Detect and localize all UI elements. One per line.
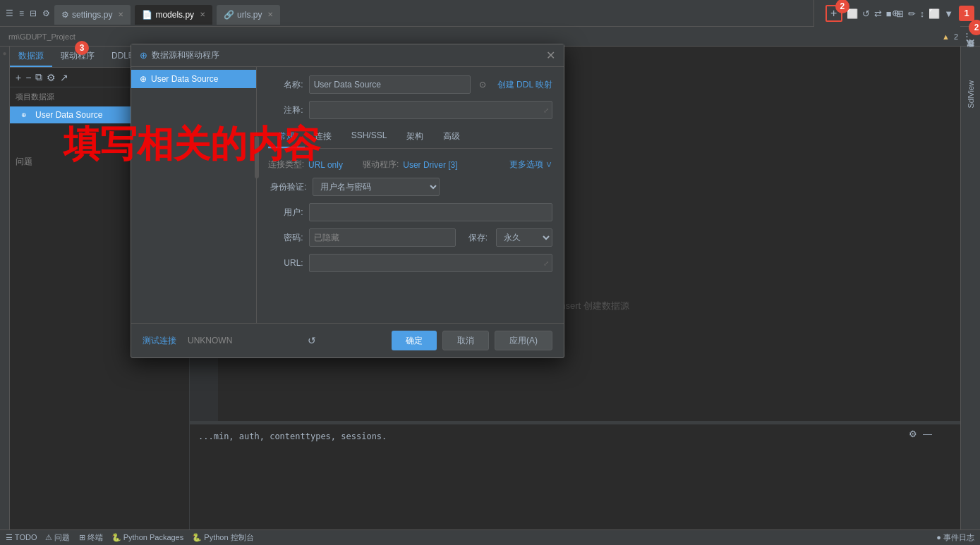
tab-models[interactable]: 📄 models.py ✕ [135, 5, 212, 25]
status-right: ● 事件日志 [936, 532, 974, 543]
driver-label: 驱动程序: [363, 159, 399, 171]
models-file-icon: 📄 [142, 10, 152, 20]
bottom-panel: ...min, auth, contenttypes, sessions. ⚙ … [190, 424, 960, 545]
tab-urls[interactable]: 🔗 urls.py ✕ [217, 5, 280, 25]
sidebar-sdlview-label[interactable]: SdlView [965, 76, 976, 113]
save-select[interactable]: 永久 [496, 228, 552, 247]
status-issues[interactable]: ⚠ 问题 [45, 532, 70, 543]
expand-btn[interactable]: ⤢ [543, 106, 549, 114]
modal-tab-advanced[interactable]: 高级 [433, 126, 470, 148]
db-item-icon: ⊕ [18, 109, 30, 121]
ddl-link[interactable]: 创建 DDL 映射 [497, 79, 552, 91]
top-bar: ☰ ≡ ⊟ ⚙ ⚙ settings.py ✕ 📄 models.py ✕ 🔗 … [0, 0, 980, 27]
sidebar-db-label[interactable]: 数据库 [964, 49, 977, 58]
toolbar-add-icon[interactable]: + [16, 72, 21, 83]
form-row-name: 名称: ⊙ 创建 DDL 映射 [268, 75, 552, 94]
auth-select[interactable]: 用户名与密码 [313, 178, 440, 196]
form-spacer [268, 279, 552, 314]
toolbar-export-icon[interactable]: ↗ [60, 72, 68, 83]
status-todo[interactable]: ☰ TODO [6, 533, 37, 542]
db-icon-wrap: + 2 [825, 5, 842, 22]
modal-left-icon: ⊕ [140, 74, 147, 84]
form-row-user: 用户: [268, 203, 552, 221]
modal-left-label: User Data Source [151, 74, 218, 84]
password-input[interactable]: 已隐藏 [309, 228, 456, 247]
top-bar-icons: ☰ ≡ ⊟ ⚙ [6, 8, 50, 18]
more-options-btn[interactable]: 更多选项 ∨ [509, 159, 552, 171]
toolbar-minus-icon[interactable]: − [25, 72, 31, 83]
bottom-panel-content: ...min, auth, contenttypes, sessions. [190, 424, 960, 448]
bottom-code-text: ...m [198, 431, 219, 441]
modal-footer: 测试连接 UNKNOWN ↺ 确定 取消 应用(A) [131, 323, 564, 357]
conn-type-row: 连接类型: URL only 驱动程序: User Driver [3] 更多选… [268, 159, 552, 171]
toolbar-copy-icon[interactable]: ⧉ [35, 71, 42, 83]
db-toolbar-icon3[interactable]: ⇄ [874, 8, 882, 19]
split-icon[interactable]: ⊟ [30, 8, 37, 18]
modal-tab-ssh[interactable]: SSH/SSL [341, 126, 397, 148]
modal-tab-general[interactable]: 常规 [268, 126, 305, 148]
user-input[interactable] [309, 203, 552, 221]
conn-type-label: 连接类型: [268, 159, 304, 171]
modal-tabs: 常规 连接 SSH/SSL 架构 高级 [268, 126, 552, 149]
test-connection-btn[interactable]: 测试连接 [143, 335, 176, 347]
comment-label: 注释: [268, 104, 303, 116]
tab-close-urls[interactable]: ✕ [267, 11, 273, 18]
name-input[interactable] [309, 75, 471, 94]
modal-tab-connection[interactable]: 连接 [305, 126, 341, 148]
form-row-url: URL: ⤢ [268, 254, 552, 272]
badge-1: 1 [959, 6, 974, 21]
code-header-right: ▲ 2 2 ⋮ [942, 31, 972, 42]
save-label: 保存: [468, 232, 488, 244]
tab-settings[interactable]: ⚙ settings.py ✕ [54, 5, 131, 25]
modal-left-selected[interactable]: ⊕ User Data Source [131, 70, 256, 88]
modal-titlebar: ⊕ 数据源和驱动程序 ✕ [131, 44, 564, 67]
toolbar-settings-icon[interactable]: ⚙ [47, 72, 56, 83]
url-label: URL: [268, 258, 303, 268]
modal-tab-schema[interactable]: 架构 [397, 126, 433, 148]
db-toolbar-icon6[interactable]: ✏ [908, 8, 916, 19]
db-tab-datasource[interactable]: 数据源 [10, 47, 52, 67]
top-right-badge-wrap: ⊕ [892, 8, 900, 18]
bottom-minus-icon[interactable]: — [923, 429, 932, 439]
list-icon[interactable]: ≡ [19, 8, 24, 18]
url-input[interactable]: ⤢ [309, 254, 552, 272]
status-terminal[interactable]: ⊞ 终端 [79, 532, 103, 543]
urls-file-icon: 🔗 [224, 10, 234, 20]
db-top-bar: + 2 ⬜ ↺ ⇄ ■ ⊞ ✏ ↕ ⬜ ▼ [813, 0, 960, 27]
db-toolbar-icon7[interactable]: ↕ [920, 8, 925, 19]
url-expand-btn[interactable]: ⤢ [543, 259, 549, 267]
status-packages[interactable]: 🐍 Python Packages [111, 533, 184, 542]
db-toolbar-icon4[interactable]: ■ [886, 8, 892, 19]
auth-row: 身份验证: 用户名与密码 [268, 178, 552, 196]
modal: ⊕ 数据源和驱动程序 ✕ ⊕ User Data Source 名称: ⊙ 创建… [131, 44, 564, 358]
comment-input[interactable]: ⤢ [309, 101, 552, 119]
menu-icon[interactable]: ☰ [6, 8, 13, 18]
bottom-gear-icon[interactable]: ⚙ [909, 429, 917, 439]
tab-close-settings[interactable]: ✕ [118, 11, 123, 18]
db-toolbar-filter[interactable]: ▼ [944, 8, 953, 19]
db-toolbar-icon8[interactable]: ⬜ [928, 8, 940, 19]
badge-3: 3 [75, 41, 89, 55]
status-console[interactable]: 🐍 Python 控制台 [192, 532, 253, 543]
apply-button[interactable]: 应用(A) [495, 331, 552, 350]
db-toolbar-icon2[interactable]: ↺ [862, 8, 870, 19]
modal-close-btn[interactable]: ✕ [546, 49, 555, 62]
top-right-settings-icon[interactable]: ⊕ [892, 8, 900, 18]
code-header-left: rm\GDUPT_Project [8, 32, 75, 41]
badge2-header-wrap: 2 ⋮ [962, 31, 972, 42]
driver-value[interactable]: User Driver [3] [403, 160, 457, 170]
right-sidebar: 数据库 SdlView [960, 47, 980, 545]
modal-title: 数据源和驱动程序 [152, 49, 219, 61]
password-label: 密码: [268, 232, 303, 244]
refresh-icon[interactable]: ↺ [308, 335, 316, 346]
tab-close-models[interactable]: ✕ [200, 11, 205, 18]
name-clear-icon[interactable]: ⊙ [479, 80, 486, 90]
test-status: UNKNOWN [188, 336, 232, 345]
warning-count: 2 [954, 32, 958, 41]
ok-button[interactable]: 确定 [392, 331, 437, 350]
settings-icon[interactable]: ⚙ [42, 8, 50, 18]
project-label: rm\GDUPT_Project [8, 32, 75, 41]
cancel-button[interactable]: 取消 [442, 331, 489, 350]
conn-type-value[interactable]: URL only [308, 160, 343, 170]
modal-left-panel: ⊕ User Data Source [131, 67, 257, 323]
